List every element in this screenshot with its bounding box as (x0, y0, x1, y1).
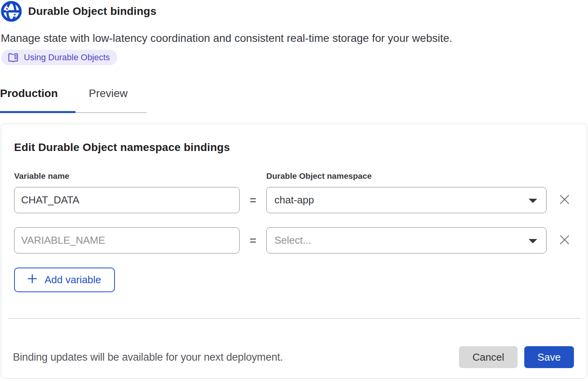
durable-objects-globe-icon (1, 1, 22, 22)
caret-down-icon (528, 194, 538, 206)
x-icon (559, 194, 570, 207)
footer-divider (8, 318, 580, 319)
binding-row: = Select... (14, 227, 575, 253)
namespace-select-placeholder: Select... (274, 234, 528, 246)
remove-binding-button[interactable] (556, 192, 573, 209)
plus-icon (27, 273, 38, 287)
card-footer: Binding updates will be available for yo… (1, 346, 587, 368)
equals-sign: = (249, 234, 256, 247)
footer-actions: Cancel Save (459, 346, 574, 368)
column-headers-row: Variable name Durable Object namespace (14, 171, 575, 181)
caret-down-icon (528, 234, 538, 246)
variable-name-input[interactable] (14, 227, 240, 253)
add-variable-button[interactable]: Add variable (14, 268, 115, 292)
variable-name-label: Variable name (14, 171, 240, 181)
x-icon (559, 234, 570, 247)
bindings-editor-card: Edit Durable Object namespace bindings V… (1, 124, 587, 379)
save-button[interactable]: Save (524, 346, 574, 368)
docs-link-label: Using Durable Objects (24, 52, 110, 63)
tab-preview[interactable]: Preview (75, 87, 147, 113)
durable-object-bindings-page: Durable Object bindings Manage state wit… (0, 0, 588, 381)
environment-tabs: Production Preview (0, 87, 588, 113)
page-description: Manage state with low-latency coordinati… (1, 32, 588, 45)
namespace-label: Durable Object namespace (266, 171, 547, 181)
card-heading: Edit Durable Object namespace bindings (14, 141, 575, 154)
open-book-icon (8, 53, 18, 63)
variable-name-input[interactable] (14, 187, 240, 213)
tab-production[interactable]: Production (0, 87, 75, 113)
page-title: Durable Object bindings (28, 5, 156, 18)
binding-row: = chat-app (14, 187, 575, 213)
namespace-select-value: chat-app (274, 194, 528, 206)
deployment-note: Binding updates will be available for yo… (13, 351, 283, 363)
add-variable-label: Add variable (45, 274, 101, 286)
namespace-select[interactable]: Select... (266, 227, 547, 253)
namespace-select[interactable]: chat-app (266, 187, 547, 213)
cancel-button[interactable]: Cancel (459, 346, 518, 368)
docs-link-badge[interactable]: Using Durable Objects (1, 50, 117, 65)
equals-sign: = (249, 194, 256, 207)
page-header: Durable Object bindings (1, 0, 588, 22)
remove-binding-button[interactable] (556, 232, 573, 249)
